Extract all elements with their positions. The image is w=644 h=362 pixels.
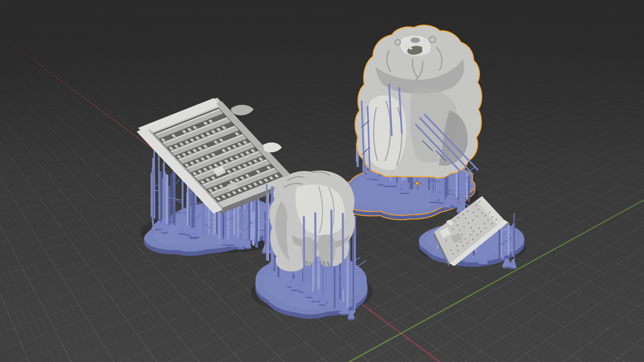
support-brace <box>355 261 366 268</box>
support-foot-rim <box>377 184 384 186</box>
support-column <box>171 174 172 224</box>
panel-pin-cap <box>479 226 480 227</box>
support-column <box>195 190 197 233</box>
support-column <box>354 216 355 312</box>
lion-nose <box>411 38 420 43</box>
support-foot-rim <box>383 186 392 187</box>
support-column <box>507 223 509 256</box>
panel-pin-cap <box>482 211 483 212</box>
panel-pin-cap <box>471 233 472 234</box>
support-column <box>256 196 258 246</box>
panel-pin-cap <box>481 230 482 231</box>
panel-pin-cap <box>474 229 475 230</box>
panel-pin-cap <box>492 222 493 223</box>
panel-pin-cap <box>473 218 474 219</box>
tray-strap <box>263 142 282 153</box>
panel-pin-cap <box>454 252 455 253</box>
support-column <box>502 223 503 260</box>
panel-pin-cap <box>476 203 477 204</box>
scene-objects <box>0 0 644 362</box>
support-column <box>241 209 244 242</box>
panel-pin-cap <box>493 215 494 216</box>
panel-pin-cap <box>468 241 469 242</box>
panel-pin-cap <box>464 212 465 213</box>
panel-pin-cap <box>459 216 460 217</box>
support-brace <box>173 213 187 213</box>
support-foot-rim <box>155 229 163 230</box>
panel-pin-cap <box>486 226 487 227</box>
support-column <box>169 186 170 225</box>
support-column <box>266 184 268 260</box>
support-foot-rim <box>161 232 169 234</box>
panel-pin-cap <box>466 237 467 238</box>
support-foot-rim <box>192 237 200 238</box>
panel-pin-cap <box>472 226 473 227</box>
object-lion-figure[interactable] <box>336 25 482 220</box>
support-column <box>258 206 260 240</box>
support-column <box>172 170 174 224</box>
panel-pin-cap <box>451 248 452 249</box>
panel-pin-cap <box>468 209 469 210</box>
panel-pin-cap <box>484 222 485 223</box>
panel-pin-cap <box>460 228 461 229</box>
support-column <box>253 212 255 246</box>
support-column <box>514 213 515 261</box>
support-column <box>237 202 239 237</box>
support-foot-rim <box>290 290 300 291</box>
panel-pin-cap <box>480 200 481 201</box>
support-rail <box>331 210 332 296</box>
support-column <box>182 185 183 228</box>
support-foot-rim <box>340 314 350 315</box>
object-origin-dot <box>416 182 419 185</box>
support-column <box>189 183 190 231</box>
support-foot-rim <box>178 233 186 235</box>
panel-pin-cap <box>489 211 490 212</box>
panel-pin-cap <box>485 214 486 215</box>
support-foot-rim <box>429 202 438 203</box>
panel-pin-cap <box>458 223 459 224</box>
panel-pin-cap <box>496 218 497 219</box>
support-column <box>151 173 153 217</box>
panel-pin-cap <box>464 225 465 226</box>
support-column <box>263 220 265 242</box>
panel-pin-cap <box>473 237 474 238</box>
support-column <box>268 193 269 261</box>
panel-pin-cap <box>454 219 455 220</box>
support-rail <box>164 157 165 221</box>
tray-strap <box>231 105 254 115</box>
support-foot-rim <box>230 247 240 248</box>
panel-pin-cap <box>477 214 478 215</box>
support-column <box>166 174 168 224</box>
support-rail <box>304 217 304 295</box>
support-rail <box>343 214 343 289</box>
support-foot-rim <box>222 244 229 246</box>
panel-pin-cap <box>453 227 454 228</box>
support-rail <box>315 213 316 301</box>
panel-pin-cap <box>461 240 462 241</box>
panel-pin-cap <box>474 210 475 212</box>
support-column <box>349 233 350 304</box>
panel-pin-cap <box>479 207 480 208</box>
panel-pin-cap <box>446 238 447 239</box>
support-foot-rim <box>502 267 512 268</box>
support-foot-rim <box>348 318 354 320</box>
panel-pin-cap <box>478 233 479 234</box>
panel-pin-cap <box>458 249 459 250</box>
viewport-3d[interactable] <box>0 0 644 362</box>
panel-pin-cap <box>463 244 464 245</box>
support-foot-rim <box>442 207 451 209</box>
support-foot-rim <box>236 248 245 250</box>
support-column <box>463 178 465 198</box>
panel-pin-cap <box>462 233 463 234</box>
panel-pin-cap <box>466 217 467 218</box>
panel-pin-cap <box>457 244 458 245</box>
support-foot-rim <box>436 202 444 204</box>
support-foot-rim <box>245 248 251 249</box>
support-foot-rim <box>400 193 410 194</box>
panel-pin-cap <box>488 218 489 219</box>
support-foot-rim <box>318 305 327 306</box>
panel-pin-cap <box>469 221 470 222</box>
support-foot-rim <box>478 264 488 265</box>
support-column <box>191 186 193 229</box>
